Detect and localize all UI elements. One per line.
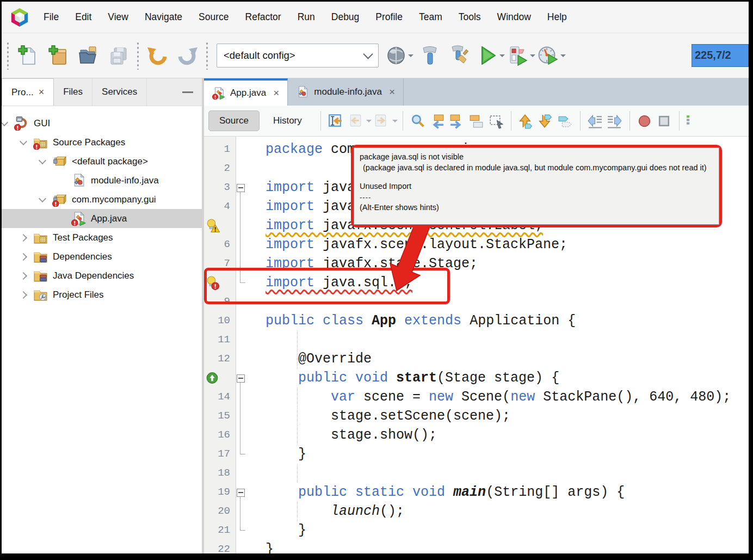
menu-refactor[interactable]: Refactor (237, 11, 289, 23)
code-line-22[interactable]: 22} (204, 540, 749, 553)
code-line-10[interactable]: 10public class App extends Application { (204, 311, 749, 330)
menu-edit[interactable]: Edit (67, 11, 100, 23)
chevron-collapsed-icon[interactable] (17, 273, 30, 279)
tree-item-default-package[interactable]: <default package> (2, 152, 202, 171)
macro-record-button[interactable] (635, 112, 655, 130)
code-line-20[interactable]: 20 launch(); (204, 502, 749, 521)
code-line-21[interactable]: 21 } (204, 521, 749, 540)
tree-item-com-mycompany-gui[interactable]: com.mycompany.gui (2, 190, 202, 209)
dropdown-caret-icon[interactable] (499, 54, 505, 60)
toolbar-grip[interactable] (137, 41, 139, 70)
fold-start-marker[interactable] (236, 368, 246, 387)
run-button[interactable] (478, 42, 504, 69)
build-button[interactable] (417, 42, 443, 69)
undo-button[interactable] (144, 42, 170, 69)
tree-item-module-info-java[interactable]: module-info.java (2, 171, 202, 190)
menu-team[interactable]: Team (411, 11, 450, 23)
tree-item-gui[interactable]: mGUI (2, 114, 202, 133)
occ-prev-button[interactable] (516, 112, 536, 130)
macro-stop-button[interactable] (655, 112, 674, 130)
chevron-collapsed-icon[interactable] (17, 292, 30, 298)
tree-item-dependencies[interactable]: Dependencies (2, 247, 202, 266)
close-icon[interactable]: × (39, 87, 45, 98)
profile-button[interactable] (539, 42, 565, 69)
minimize-icon[interactable] (182, 91, 193, 93)
config-select[interactable]: <default config> (217, 44, 379, 67)
dropdown-caret-icon[interactable] (530, 54, 535, 60)
save-all-button[interactable] (106, 42, 132, 69)
tab-files[interactable]: Files (54, 78, 92, 106)
close-icon[interactable]: × (273, 87, 279, 99)
close-icon[interactable]: × (389, 86, 395, 98)
nav-forward-button[interactable] (372, 112, 391, 130)
last-edit-button[interactable] (326, 112, 345, 130)
hint-warning-icon[interactable] (205, 218, 220, 233)
menu-view[interactable]: View (100, 11, 137, 23)
globe-button[interactable] (386, 42, 412, 69)
dropdown-caret-icon[interactable] (560, 54, 566, 60)
redo-button[interactable] (175, 42, 201, 69)
chevron-collapsed-icon[interactable] (17, 235, 30, 241)
nav-back-button[interactable] (345, 112, 365, 130)
highlight-button[interactable] (467, 112, 486, 130)
editor-tab-app-java[interactable]: App.java× (204, 78, 288, 106)
toolbar-grip[interactable] (7, 41, 9, 70)
new-file-button[interactable] (14, 42, 40, 69)
menu-tools[interactable]: Tools (450, 11, 489, 23)
menu-file[interactable]: File (35, 11, 67, 23)
debug-button[interactable] (508, 42, 534, 69)
rect-select-button[interactable] (486, 112, 506, 130)
code-line-12[interactable]: 12 @Override (204, 349, 749, 368)
chevron-expanded-icon[interactable] (36, 160, 49, 163)
fold-start-marker[interactable] (236, 483, 246, 502)
toolbar-grip[interactable] (206, 41, 208, 70)
tree-item-project-files[interactable]: Project Files (2, 285, 202, 304)
edge-partial-button[interactable] (684, 112, 704, 130)
code-line-16[interactable]: 16 stage.show(); (204, 426, 749, 445)
chevron-expanded-icon[interactable] (2, 122, 11, 125)
code-line-19[interactable]: 19 public static void main(String[] args… (204, 483, 749, 502)
menu-debug[interactable]: Debug (323, 11, 368, 23)
tab-services[interactable]: Services (92, 78, 147, 106)
chevron-expanded-icon[interactable] (17, 141, 30, 144)
menu-help[interactable]: Help (539, 11, 575, 23)
chevron-expanded-icon[interactable] (36, 198, 49, 201)
find-next-button[interactable] (447, 112, 467, 130)
code-line-11[interactable]: 11 (204, 330, 749, 349)
code-line-17[interactable]: 17 } (204, 445, 749, 464)
history-view-button[interactable]: History (263, 111, 312, 131)
shift-right-button[interactable] (605, 112, 625, 130)
open-project-button[interactable] (75, 42, 101, 69)
code-line-6[interactable]: 6import javafx.scene.layout.StackPane; (204, 235, 749, 254)
tree-item-source-packages[interactable]: Source Packages (2, 133, 202, 152)
menu-window[interactable]: Window (489, 11, 539, 23)
menu-navigate[interactable]: Navigate (137, 11, 190, 23)
tree-item-app-java[interactable]: App.java (2, 209, 202, 228)
code-line-18[interactable]: 18 (204, 464, 749, 483)
bookmark-button[interactable] (556, 112, 575, 130)
editor-tab-module-info-java[interactable]: module-info.java× (288, 78, 404, 106)
menu-run[interactable]: Run (289, 11, 323, 23)
find-prev-button[interactable] (428, 112, 447, 130)
override-icon[interactable] (205, 371, 220, 385)
memory-usage-bar[interactable]: 225,7/2 (692, 44, 749, 67)
code-line-15[interactable]: 15 stage.setScene(scene); (204, 407, 749, 426)
code-line-14[interactable]: 14 var scene = new Scene(new StackPane()… (204, 387, 749, 407)
tree-item-test-packages[interactable]: Test Packages (2, 228, 202, 247)
find-button[interactable] (408, 112, 428, 130)
clean-build-button[interactable] (447, 42, 473, 69)
source-view-button[interactable]: Source (208, 110, 260, 131)
dropdown-caret-icon[interactable] (366, 120, 372, 125)
menu-profile[interactable]: Profile (367, 11, 411, 23)
tab-projects[interactable]: Pro... × (2, 78, 54, 106)
shift-left-button[interactable] (585, 112, 605, 130)
dropdown-caret-icon[interactable] (408, 54, 413, 60)
dropdown-caret-icon[interactable] (392, 120, 398, 125)
occ-next-button[interactable] (536, 112, 556, 130)
tree-item-java-dependencies[interactable]: Java Dependencies (2, 266, 202, 285)
fold-start-marker[interactable] (236, 178, 246, 197)
code-line-13[interactable]: public void start(Stage stage) { (204, 368, 749, 387)
chevron-collapsed-icon[interactable] (17, 254, 30, 260)
menu-source[interactable]: Source (190, 11, 237, 23)
new-project-button[interactable] (45, 42, 71, 69)
